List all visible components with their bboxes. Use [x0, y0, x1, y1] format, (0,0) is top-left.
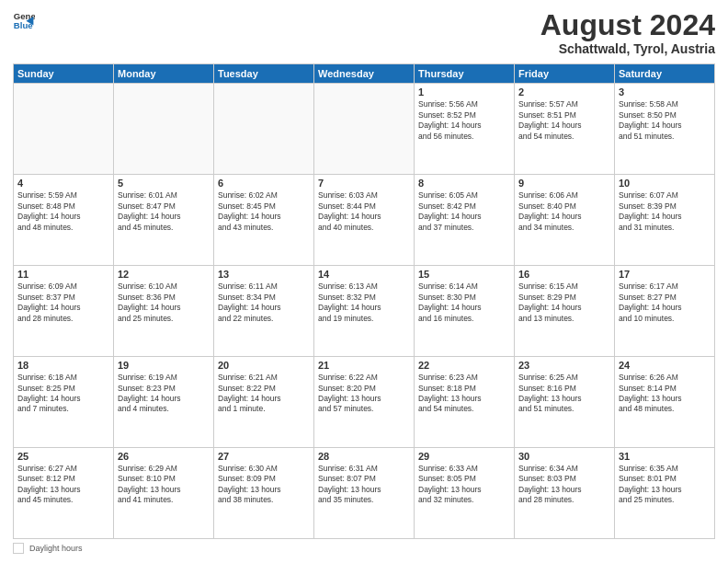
footer-box: [13, 543, 24, 554]
calendar-cell-0-6: 3Sunrise: 5:58 AM Sunset: 8:50 PM Daylig…: [615, 84, 715, 175]
day-number: 2: [518, 86, 610, 98]
day-number: 21: [318, 360, 410, 371]
day-info: Sunrise: 6:02 AM Sunset: 8:45 PM Dayligh…: [218, 190, 310, 233]
calendar-header-row: Sunday Monday Tuesday Wednesday Thursday…: [14, 64, 715, 84]
calendar-cell-3-4: 22Sunrise: 6:23 AM Sunset: 8:18 PM Dayli…: [415, 357, 515, 448]
day-info: Sunrise: 6:07 AM Sunset: 8:39 PM Dayligh…: [619, 190, 711, 233]
calendar-cell-2-2: 13Sunrise: 6:11 AM Sunset: 8:34 PM Dayli…: [214, 266, 314, 357]
calendar-cell-1-4: 8Sunrise: 6:05 AM Sunset: 8:42 PM Daylig…: [415, 175, 515, 266]
calendar-cell-1-5: 9Sunrise: 6:06 AM Sunset: 8:40 PM Daylig…: [515, 175, 615, 266]
day-info: Sunrise: 6:18 AM Sunset: 8:25 PM Dayligh…: [17, 373, 109, 415]
day-number: 23: [518, 360, 610, 371]
calendar-cell-0-3: [314, 84, 415, 175]
calendar-week-4: 25Sunrise: 6:27 AM Sunset: 8:12 PM Dayli…: [14, 448, 715, 539]
calendar-cell-1-2: 6Sunrise: 6:02 AM Sunset: 8:45 PM Daylig…: [214, 175, 314, 266]
calendar-cell-3-6: 24Sunrise: 6:26 AM Sunset: 8:14 PM Dayli…: [615, 357, 715, 448]
calendar-cell-1-0: 4Sunrise: 5:59 AM Sunset: 8:48 PM Daylig…: [14, 175, 114, 266]
calendar-week-3: 18Sunrise: 6:18 AM Sunset: 8:25 PM Dayli…: [14, 357, 715, 448]
logo: General Blue: [13, 9, 35, 31]
day-number: 15: [418, 269, 510, 280]
calendar-cell-2-0: 11Sunrise: 6:09 AM Sunset: 8:37 PM Dayli…: [14, 266, 114, 357]
day-info: Sunrise: 6:30 AM Sunset: 8:09 PM Dayligh…: [218, 464, 310, 506]
day-info: Sunrise: 6:14 AM Sunset: 8:30 PM Dayligh…: [418, 282, 510, 324]
calendar-cell-1-1: 5Sunrise: 6:01 AM Sunset: 8:47 PM Daylig…: [114, 175, 214, 266]
day-number: 7: [318, 178, 410, 189]
day-info: Sunrise: 6:26 AM Sunset: 8:14 PM Dayligh…: [619, 373, 711, 415]
day-number: 6: [218, 178, 310, 189]
calendar-week-1: 4Sunrise: 5:59 AM Sunset: 8:48 PM Daylig…: [14, 175, 715, 266]
day-info: Sunrise: 6:11 AM Sunset: 8:34 PM Dayligh…: [218, 282, 310, 324]
calendar-cell-4-4: 29Sunrise: 6:33 AM Sunset: 8:05 PM Dayli…: [415, 448, 515, 539]
day-number: 20: [218, 360, 310, 371]
day-number: 14: [318, 269, 410, 280]
footer-label: Daylight hours: [29, 544, 83, 553]
day-info: Sunrise: 6:17 AM Sunset: 8:27 PM Dayligh…: [619, 282, 711, 324]
day-number: 26: [118, 451, 210, 462]
day-info: Sunrise: 6:29 AM Sunset: 8:10 PM Dayligh…: [118, 464, 210, 506]
day-number: 9: [518, 178, 610, 189]
day-number: 16: [518, 269, 610, 280]
day-number: 12: [118, 269, 210, 280]
calendar-cell-1-3: 7Sunrise: 6:03 AM Sunset: 8:44 PM Daylig…: [314, 175, 415, 266]
col-monday: Monday: [114, 64, 214, 84]
calendar-cell-2-3: 14Sunrise: 6:13 AM Sunset: 8:32 PM Dayli…: [314, 266, 415, 357]
day-number: 10: [619, 178, 711, 189]
calendar-cell-4-5: 30Sunrise: 6:34 AM Sunset: 8:03 PM Dayli…: [515, 448, 615, 539]
calendar: Sunday Monday Tuesday Wednesday Thursday…: [13, 63, 715, 539]
day-info: Sunrise: 6:13 AM Sunset: 8:32 PM Dayligh…: [318, 282, 410, 324]
calendar-cell-1-6: 10Sunrise: 6:07 AM Sunset: 8:39 PM Dayli…: [615, 175, 715, 266]
calendar-cell-0-5: 2Sunrise: 5:57 AM Sunset: 8:51 PM Daylig…: [515, 84, 615, 175]
calendar-cell-3-3: 21Sunrise: 6:22 AM Sunset: 8:20 PM Dayli…: [314, 357, 415, 448]
day-number: 18: [17, 360, 109, 371]
day-number: 27: [218, 451, 310, 462]
day-info: Sunrise: 5:56 AM Sunset: 8:52 PM Dayligh…: [418, 99, 510, 142]
day-info: Sunrise: 6:05 AM Sunset: 8:42 PM Dayligh…: [418, 190, 510, 233]
svg-text:Blue: Blue: [14, 20, 33, 30]
day-number: 25: [17, 451, 109, 462]
day-number: 13: [218, 269, 310, 280]
day-info: Sunrise: 6:15 AM Sunset: 8:29 PM Dayligh…: [518, 282, 610, 324]
calendar-cell-3-5: 23Sunrise: 6:25 AM Sunset: 8:16 PM Dayli…: [515, 357, 615, 448]
col-friday: Friday: [515, 64, 615, 84]
calendar-cell-3-0: 18Sunrise: 6:18 AM Sunset: 8:25 PM Dayli…: [14, 357, 114, 448]
day-info: Sunrise: 6:06 AM Sunset: 8:40 PM Dayligh…: [518, 190, 610, 233]
day-info: Sunrise: 6:22 AM Sunset: 8:20 PM Dayligh…: [318, 373, 410, 415]
day-info: Sunrise: 6:35 AM Sunset: 8:01 PM Dayligh…: [619, 464, 711, 506]
day-info: Sunrise: 6:19 AM Sunset: 8:23 PM Dayligh…: [118, 373, 210, 415]
day-number: 11: [17, 269, 109, 280]
day-number: 3: [619, 86, 711, 98]
calendar-cell-2-6: 17Sunrise: 6:17 AM Sunset: 8:27 PM Dayli…: [615, 266, 715, 357]
day-info: Sunrise: 6:03 AM Sunset: 8:44 PM Dayligh…: [318, 190, 410, 233]
day-number: 30: [518, 451, 610, 462]
calendar-cell-4-6: 31Sunrise: 6:35 AM Sunset: 8:01 PM Dayli…: [615, 448, 715, 539]
day-number: 22: [418, 360, 510, 371]
title-block: August 2024 Schattwald, Tyrol, Austria: [540, 9, 715, 56]
day-info: Sunrise: 6:27 AM Sunset: 8:12 PM Dayligh…: [17, 464, 109, 506]
day-info: Sunrise: 5:58 AM Sunset: 8:50 PM Dayligh…: [619, 99, 711, 142]
day-number: 29: [418, 451, 510, 462]
col-saturday: Saturday: [615, 64, 715, 84]
day-number: 28: [318, 451, 410, 462]
day-number: 31: [619, 451, 711, 462]
calendar-cell-4-3: 28Sunrise: 6:31 AM Sunset: 8:07 PM Dayli…: [314, 448, 415, 539]
col-wednesday: Wednesday: [314, 64, 415, 84]
calendar-cell-0-1: [114, 84, 214, 175]
day-number: 19: [118, 360, 210, 371]
day-info: Sunrise: 6:21 AM Sunset: 8:22 PM Dayligh…: [218, 373, 310, 415]
day-info: Sunrise: 6:33 AM Sunset: 8:05 PM Dayligh…: [418, 464, 510, 506]
calendar-cell-2-4: 15Sunrise: 6:14 AM Sunset: 8:30 PM Dayli…: [415, 266, 515, 357]
calendar-cell-4-0: 25Sunrise: 6:27 AM Sunset: 8:12 PM Dayli…: [14, 448, 114, 539]
day-info: Sunrise: 6:01 AM Sunset: 8:47 PM Dayligh…: [118, 190, 210, 233]
location: Schattwald, Tyrol, Austria: [540, 41, 715, 56]
col-sunday: Sunday: [14, 64, 114, 84]
day-info: Sunrise: 5:57 AM Sunset: 8:51 PM Dayligh…: [518, 99, 610, 142]
calendar-cell-0-0: [14, 84, 114, 175]
day-number: 1: [418, 86, 510, 98]
calendar-cell-3-2: 20Sunrise: 6:21 AM Sunset: 8:22 PM Dayli…: [214, 357, 314, 448]
month-title: August 2024: [540, 9, 715, 41]
col-tuesday: Tuesday: [214, 64, 314, 84]
day-info: Sunrise: 6:09 AM Sunset: 8:37 PM Dayligh…: [17, 282, 109, 324]
day-number: 8: [418, 178, 510, 189]
calendar-week-0: 1Sunrise: 5:56 AM Sunset: 8:52 PM Daylig…: [14, 84, 715, 175]
day-number: 17: [619, 269, 711, 280]
